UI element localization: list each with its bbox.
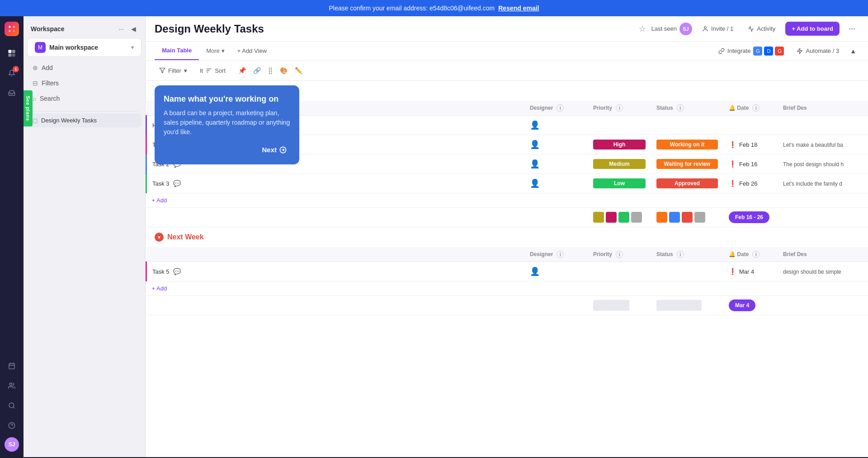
edit-icon-button[interactable]: ✏️: [292, 64, 305, 77]
search-icon[interactable]: [4, 397, 20, 414]
sidebar-item-design-weekly[interactable]: ▢ Design Weekly Tasks: [27, 113, 142, 127]
status-info-icon[interactable]: i: [677, 251, 684, 258]
workspace-icon: M: [35, 42, 46, 53]
sidebar-collapse-btn[interactable]: ◀: [129, 23, 138, 34]
columns-icon-button[interactable]: ⣿: [265, 64, 275, 77]
filter-icon: ⊟: [33, 79, 38, 87]
add-empty-4: [723, 193, 778, 208]
add-to-board-label: + Add to board: [792, 25, 833, 32]
add-task-label: + Add: [152, 197, 167, 204]
priority-info-icon[interactable]: i: [616, 104, 623, 112]
grid-icon[interactable]: [4, 45, 20, 61]
add-view-button[interactable]: + Add View: [232, 44, 272, 58]
link-icon-button[interactable]: 🔗: [250, 64, 264, 77]
calendar-icon[interactable]: [4, 358, 20, 374]
date-cell: ❗ Mar 4: [723, 262, 778, 281]
user-avatar[interactable]: SJ: [5, 437, 19, 452]
workspace-name: Main workspace: [49, 44, 127, 51]
table-row[interactable]: Task 5 💬 👤 ❗: [146, 262, 868, 281]
svg-marker-18: [797, 48, 802, 54]
filter-button[interactable]: Filter ▾: [155, 65, 192, 77]
people-icon[interactable]: [4, 378, 20, 394]
summary-empty-2: [524, 208, 588, 227]
add-task-row[interactable]: + Add: [146, 193, 868, 208]
add-empty-2: [588, 281, 651, 296]
board-content: Name what you're working on A board can …: [146, 81, 868, 457]
notification-text: Please confirm your email address: e54d8…: [329, 5, 495, 12]
col-header-brief: Brief Des: [778, 101, 868, 116]
resend-email-link[interactable]: Resend email: [498, 5, 539, 12]
tab-main-table-label: Main Table: [162, 47, 192, 54]
designer-cell: 👤: [524, 135, 588, 154]
help-icon[interactable]: [4, 417, 20, 434]
add-empty-5: [778, 281, 868, 296]
add-empty-2: [588, 193, 651, 208]
toolbar-tabs: Main Table More ▾ + Add View Integrate G…: [146, 42, 868, 61]
bell-icon[interactable]: 1: [4, 65, 20, 81]
add-empty-3: [651, 193, 723, 208]
summary-status-colors: [651, 208, 723, 227]
header-more-button[interactable]: ···: [845, 22, 859, 35]
it-label: It: [200, 67, 203, 74]
paint-icon-button[interactable]: 🎨: [277, 64, 290, 77]
activity-label: Activity: [757, 25, 775, 32]
date-info-icon[interactable]: i: [752, 104, 760, 112]
sort-button[interactable]: It Sort: [195, 65, 230, 77]
table-row[interactable]: Task 3 💬 👤 Low Approved: [146, 174, 868, 193]
toolbar-icon-group: 📌 🔗 ⣿ 🎨 ✏️: [236, 64, 305, 77]
summary-empty: [146, 296, 525, 315]
add-to-board-button[interactable]: + Add to board: [785, 22, 840, 36]
filter-chevron: ▾: [184, 67, 187, 74]
tab-more[interactable]: More ▾: [199, 42, 232, 60]
tab-more-chevron: ▾: [222, 47, 225, 54]
star-button[interactable]: ☆: [639, 24, 646, 34]
svg-point-17: [704, 26, 707, 28]
brief-cell: [778, 116, 868, 135]
toolbar-right: Integrate G D G Automate / 3 ▲: [714, 44, 859, 58]
collapse-button[interactable]: ▲: [847, 45, 859, 57]
inbox-icon[interactable]: [4, 85, 20, 101]
status-info-icon[interactable]: i: [677, 104, 684, 112]
brief-text: design should be simple: [783, 269, 841, 275]
status-cell: Approved: [651, 174, 723, 193]
sidebar-search-btn[interactable]: ⌕ Search: [27, 91, 142, 106]
tooltip-next-button[interactable]: Next: [258, 144, 290, 155]
date-info-icon[interactable]: i: [752, 251, 760, 258]
sidebar-add-btn[interactable]: ⊕ Add: [27, 61, 142, 75]
sidebar-more-btn[interactable]: ···: [117, 23, 126, 34]
brief-cell: The post design should h: [778, 154, 868, 174]
designer-info-icon[interactable]: i: [557, 251, 564, 258]
add-label: Add: [42, 64, 53, 71]
priority-badge: Medium: [593, 159, 646, 169]
add-task-cell: + Add: [146, 193, 525, 208]
pin-icon-button[interactable]: 📌: [236, 64, 249, 77]
automate-button[interactable]: Automate / 3: [792, 45, 844, 57]
add-task-row-next[interactable]: + Add: [146, 281, 868, 296]
designer-info-icon[interactable]: i: [557, 104, 564, 112]
see-plans-tab[interactable]: See plans: [24, 90, 33, 126]
status-cell: [651, 262, 723, 281]
activity-button[interactable]: Activity: [743, 23, 780, 35]
app-logo[interactable]: [5, 22, 19, 36]
board-title-input[interactable]: [155, 23, 633, 35]
section-next-week-toggle[interactable]: ▼: [155, 233, 164, 242]
tab-main-table[interactable]: Main Table: [155, 42, 199, 60]
priority-info-icon[interactable]: i: [616, 251, 623, 258]
invite-button[interactable]: Invite / 1: [698, 23, 738, 35]
last-seen-badge: Last seen SJ: [651, 23, 692, 35]
designer-avatar: 👤: [530, 159, 540, 168]
brief-text: Let's make a beautiful ba: [783, 142, 843, 148]
add-empty-1: [524, 281, 588, 296]
sidebar-filters-btn[interactable]: ⊟ Filters: [27, 76, 142, 90]
notification-bar: Please confirm your email address: e54d8…: [0, 0, 868, 16]
google-drive-icon: G: [753, 47, 762, 56]
col-header-priority: Priority i: [588, 101, 651, 116]
designer-avatar: 👤: [530, 179, 540, 188]
task-cell: Task 5 💬: [146, 262, 525, 281]
seen-avatar: SJ: [679, 23, 692, 35]
integrate-button[interactable]: Integrate G D G: [714, 44, 788, 58]
col-header-status: Status i: [651, 101, 723, 116]
search-sidebar-icon: ⌕: [33, 95, 36, 102]
add-task-label: + Add: [152, 285, 167, 292]
workspace-selector[interactable]: M Main workspace ▾: [27, 38, 142, 57]
